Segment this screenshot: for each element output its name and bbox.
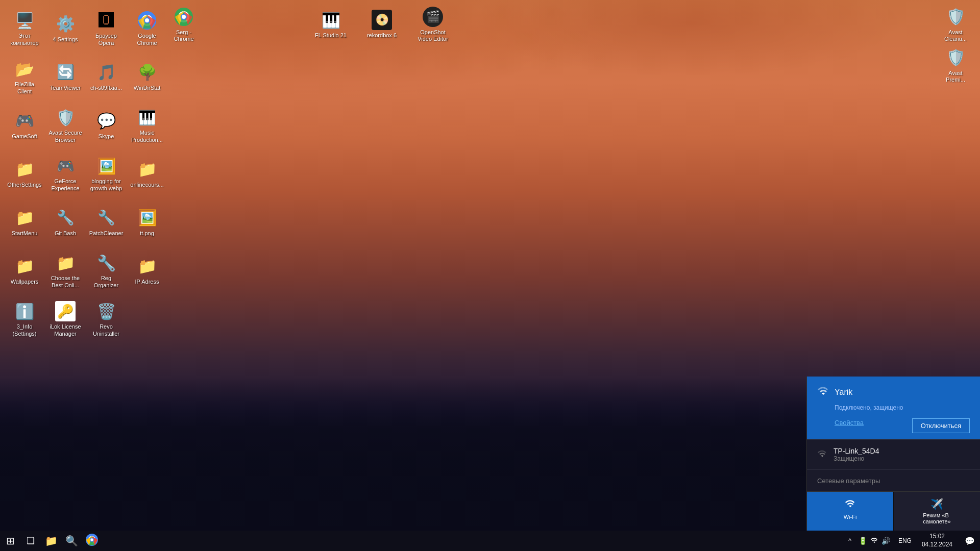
notification-center-button[interactable]: 💬 — [960, 531, 980, 551]
ip-adress-label: IP Adress — [135, 279, 159, 285]
icon-reg-organizer[interactable]: 🔧 RegOrganizer — [86, 246, 127, 295]
icon-tt-png[interactable]: 🖼️ tt.png — [127, 198, 167, 246]
task-view-button[interactable]: ❑ — [20, 531, 41, 551]
this-pc-icon: 🖥️ — [14, 10, 35, 31]
svg-point-4 — [145, 18, 149, 22]
icon-wallpapers[interactable]: 📁 Wallpapers — [4, 246, 45, 295]
icon-patch-cleaner[interactable]: 🔧 PatchCleaner — [86, 198, 127, 246]
chrome-taskbar-icon — [86, 534, 98, 548]
blogging-icon: 🖼️ — [96, 156, 116, 176]
skype-icon: 💬 — [96, 111, 116, 131]
wifi-settings-link[interactable]: Сетевые параметры — [817, 477, 880, 485]
wifi-connected-header: Yarik — [817, 385, 970, 400]
icon-git-bash[interactable]: 🔧 Git Bash — [45, 198, 86, 246]
wallpapers-icon: 📁 — [14, 256, 35, 277]
icon-choose-best[interactable]: 📁 Choose theBest Onli... — [45, 246, 86, 295]
icon-music-prod[interactable]: 🎹 MusicProduction... — [127, 101, 167, 149]
icon-revo[interactable]: 🗑️ RevoUninstaller — [86, 295, 127, 343]
avast-secure-icon: 🛡️ — [55, 107, 76, 128]
airplane-icon: ✈️ — [930, 498, 943, 510]
icon-ch-s09[interactable]: 🎵 ch-s09ffxia... — [86, 53, 127, 101]
icon-serg-chrome[interactable]: Serg -Chrome — [163, 4, 204, 45]
tp-link-network-info: TP-Link_54D4 Защищено — [834, 447, 879, 462]
opera-label: БраузерOpera — [95, 33, 117, 46]
wallpapers-label: Wallpapers — [11, 279, 39, 285]
icon-fl-studio[interactable]: 🎹 FL Studio 21 — [310, 4, 351, 45]
serg-chrome-label: Serg -Chrome — [174, 29, 193, 42]
icon-gamesoft[interactable]: 🎮 GameSoft — [4, 101, 45, 149]
opera-icon: 🅾 — [96, 10, 116, 31]
icon-other-settings[interactable]: 📁 OtherSettings — [4, 149, 45, 198]
fl-studio-icon: 🎹 — [321, 10, 341, 30]
skype-label: Skype — [99, 133, 114, 140]
wifi-taskbar-icon[interactable] — [870, 536, 878, 546]
volume-icon[interactable]: 🔊 — [881, 537, 890, 545]
wifi-network-tp-link[interactable]: TP-Link_54D4 Защищено — [807, 439, 980, 469]
serg-chrome-icon — [174, 7, 194, 27]
icon-rekordbox[interactable]: 📀 rekordbox 6 — [361, 4, 402, 45]
icon-ip-adress[interactable]: 📁 IP Adress — [127, 246, 167, 295]
icon-teamviewer[interactable]: 🔄 TeamViewer — [45, 53, 86, 101]
geforce-label: GeForceExperience — [51, 178, 79, 191]
avast-secure-label: Avast SecureBrowser — [48, 130, 82, 143]
desktop-icons-left: 🖥️ Этоткомпьютер ⚙️ 4 Settings 🅾 Браузер… — [0, 0, 204, 531]
start-button[interactable]: ⊞ — [0, 531, 20, 551]
icon-avast-cleaner[interactable]: 🛡️ AvastCleanu... — [935, 4, 976, 45]
google-chrome-label: GoogleChrome — [137, 33, 157, 46]
file-explorer-button[interactable]: 📁 — [41, 531, 61, 551]
4-settings-label: 4 Settings — [53, 36, 78, 43]
icon-openshot[interactable]: 🎬 OpenShotVideo Editor — [412, 4, 453, 45]
gamesoft-icon: 🎮 — [14, 111, 35, 131]
icon-skype[interactable]: 💬 Skype — [86, 101, 127, 149]
taskbar: ⊞ ❑ 📁 🔍 ^ 🔋 — [0, 531, 980, 551]
wifi-panel: Yarik Подключено, защищено Свойства Откл… — [806, 377, 980, 531]
icon-filezilla[interactable]: 📂 FileZillaClient — [4, 53, 45, 101]
choose-best-icon: 📁 — [55, 253, 76, 273]
choose-best-label: Choose theBest Onli... — [51, 275, 80, 288]
airplane-mode-button[interactable]: ✈️ Режим «Всамолете» — [894, 492, 980, 531]
ilok-icon: 🔑 — [55, 301, 76, 321]
icon-avast-premium[interactable]: 🛡️ AvastPremi... — [935, 45, 976, 86]
system-tray-expand[interactable]: ^ — [846, 537, 853, 544]
icon-opera[interactable]: 🅾 БраузерOpera — [86, 4, 127, 53]
icon-start-menu[interactable]: 📁 StartMenu — [4, 198, 45, 246]
system-tray: ^ 🔋 🔊 ENG 15:02 04.12.2024 💬 — [846, 531, 980, 551]
desktop-icons-top-center: 🎹 FL Studio 21 📀 rekordbox 6 🎬 OpenShotV… — [306, 0, 457, 49]
icon-ilok[interactable]: 🔑 iLok LicenseManager — [45, 295, 86, 343]
windirstat-label: WinDirStat — [134, 85, 161, 91]
battery-icon: 🔋 — [859, 537, 867, 545]
this-pc-label: Этоткомпьютер — [10, 33, 38, 46]
openshot-icon: 🎬 — [423, 7, 443, 27]
onlinecours-label: onlinecours... — [130, 182, 163, 188]
reg-organizer-icon: 🔧 — [96, 253, 116, 273]
google-chrome-icon — [137, 10, 157, 31]
icon-this-pc[interactable]: 🖥️ Этоткомпьютер — [4, 4, 45, 53]
tp-link-status: Защищено — [834, 455, 879, 462]
blogging-label: blogging forgrowth.webp — [90, 178, 122, 191]
icon-geforce[interactable]: 🎮 GeForceExperience — [45, 149, 86, 198]
git-bash-icon: 🔧 — [55, 208, 76, 228]
wifi-connected-status: Подключено, защищено — [817, 404, 970, 411]
clock[interactable]: 15:02 04.12.2024 — [916, 531, 959, 551]
other-settings-icon: 📁 — [14, 159, 35, 180]
icon-4-settings[interactable]: ⚙️ 4 Settings — [45, 4, 86, 53]
icon-google-chrome[interactable]: GoogleChrome — [127, 4, 167, 53]
wifi-disconnect-button[interactable]: Отключиться — [912, 418, 970, 433]
icon-blogging[interactable]: 🖼️ blogging forgrowth.webp — [86, 149, 127, 198]
language-indicator[interactable]: ENG — [895, 537, 915, 544]
browser-taskbar-button[interactable]: 🔍 — [61, 531, 82, 551]
wifi-btn-icon — [845, 498, 856, 512]
system-icons: 🔋 🔊 — [854, 536, 894, 546]
chrome-taskbar-button[interactable] — [82, 531, 102, 551]
icon-3-info[interactable]: ℹ️ 3_Info(Settings) — [4, 295, 45, 343]
avast-premium-label: AvastPremi... — [946, 70, 965, 83]
ch-s09-label: ch-s09ffxia... — [90, 85, 122, 91]
file-explorer-icon: 📁 — [45, 535, 58, 547]
revo-icon: 🗑️ — [96, 301, 116, 321]
icon-onlinecours[interactable]: 📁 onlinecours... — [127, 149, 167, 198]
icon-avast-secure[interactable]: 🛡️ Avast SecureBrowser — [45, 101, 86, 149]
tt-png-icon: 🖼️ — [137, 208, 157, 228]
wifi-properties-link[interactable]: Свойства — [817, 419, 864, 427]
icon-windirstat[interactable]: 🌳 WinDirStat — [127, 53, 167, 101]
wifi-toggle-button[interactable]: Wi-Fi — [807, 492, 893, 531]
